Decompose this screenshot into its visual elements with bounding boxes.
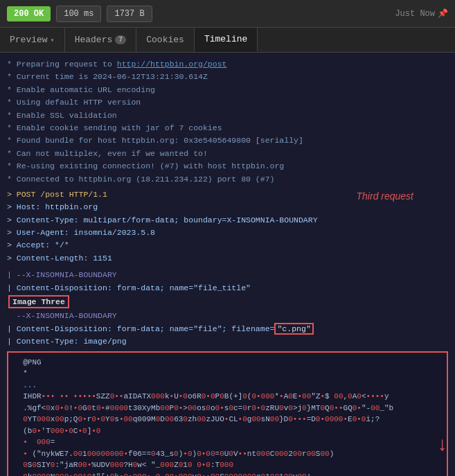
- binary-line-6: 0YT000x00p;Q0•r0•0Y0s•00q009M0D00630zh00…: [14, 414, 441, 425]
- image-three-value: Image Three: [8, 296, 448, 308]
- log-line-9: * Re-using existing connection! (#7) wit…: [7, 160, 448, 173]
- binary-line-4: IHDR••• •• •••••SZZ0••aIDATX000k•U•0o6R0…: [14, 391, 441, 403]
- request-header-content-length: > Content-Length: 1151: [7, 252, 448, 265]
- binary-line-3: ...: [14, 380, 441, 391]
- content-disposition-1: | Content-Disposition: form-data; name="…: [7, 282, 448, 294]
- request-header-accept: > Accept: */*: [7, 239, 448, 252]
- status-code-badge: 200 OK: [7, 6, 51, 21]
- request-header-content-type: > Content-Type: multipart/form-data; bou…: [7, 214, 448, 227]
- response-size: 1737 B: [107, 6, 152, 22]
- request-header-user-agent: > User-Agent: insomnia/2023.5.8: [7, 227, 448, 239]
- tab-headers[interactable]: Headers 7: [65, 28, 137, 52]
- third-request-label: Third request: [357, 188, 413, 204]
- binary-line-10: 0S0SIY0:"jaR00•%UDV000?H0w< "_000Z010 0•…: [14, 459, 441, 471]
- log-line-6: * Enable cookie sending with jar of 7 co…: [7, 122, 448, 134]
- timestamp: Just Now 📌: [395, 8, 448, 19]
- tab-bar: Preview ▾ Headers 7 Cookies Timeline: [0, 28, 455, 53]
- response-time: 100 ms: [56, 6, 101, 22]
- binary-line-5: .%gf<0x0•0!•0G0t0•#0000t30XyMb00P0•>00os…: [14, 403, 441, 414]
- binary-line-9: • ("nykWE7.00100000000•f06==043_s0)•0)0•…: [14, 448, 441, 460]
- binary-line-7: (b0•'T000•0C•0]•0: [14, 425, 441, 437]
- log-line-5: * Enable SSL validation: [7, 109, 448, 122]
- log-line-8: * Can not multiplex, even if we wanted t…: [7, 148, 448, 160]
- log-line-7: * Found bundle for host httpbin.org: 0x3…: [7, 134, 448, 147]
- boundary-line-1: | --X-INSOMNIA-BOUNDARY: [7, 269, 448, 281]
- tab-timeline[interactable]: Timeline: [195, 28, 258, 52]
- tab-cookies[interactable]: Cookies: [136, 28, 195, 52]
- binary-line-8: • 000=: [14, 437, 441, 448]
- log-line-10: * Connected to httpbin.org (18.211.234.1…: [7, 173, 448, 186]
- binary-line-2: *: [14, 368, 441, 380]
- pin-icon: 📌: [438, 8, 448, 19]
- binary-line-11: 0k0000N000•0010^"[;0k•0•000•-0,00•000v0•…: [14, 471, 441, 476]
- boundary-line-2: --X-INSOMNIA-BOUNDARY: [7, 310, 448, 322]
- log-line-3: * Enable automatic URL encoding: [7, 84, 448, 96]
- binary-content-section: @PNG * ... IHDR••• •• •••••SZZ0••aIDATX0…: [7, 351, 448, 476]
- log-line-2: * Current time is 2024-06-12T13:21:30.61…: [7, 71, 448, 83]
- log-line-1: * Preparing request to http://httpbin.or…: [7, 58, 448, 71]
- content-disposition-2: | Content-Disposition: form-data; name="…: [7, 323, 448, 335]
- binary-line-1: @PNG: [14, 357, 441, 369]
- content-type-image: | Content-Type: image/png: [7, 335, 448, 348]
- chevron-down-icon: ▾: [51, 36, 55, 44]
- status-bar: 200 OK 100 ms 1737 B Just Now 📌: [0, 0, 455, 28]
- scroll-down-arrow[interactable]: ↓: [436, 436, 448, 455]
- timeline-content[interactable]: * Preparing request to http://httpbin.or…: [0, 53, 455, 476]
- log-line-4: * Using default HTTP version: [7, 96, 448, 109]
- tab-preview[interactable]: Preview ▾: [0, 28, 65, 52]
